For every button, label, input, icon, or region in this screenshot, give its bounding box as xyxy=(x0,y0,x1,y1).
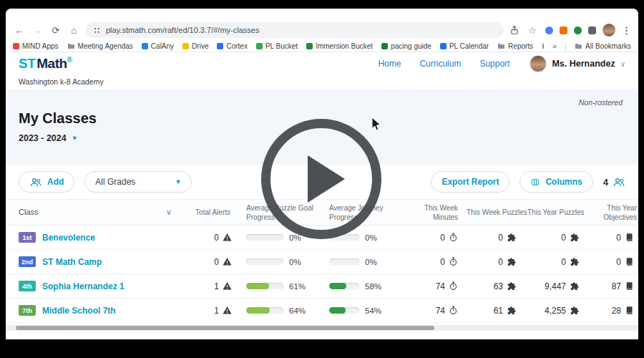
chevron-down-icon: ∨ xyxy=(620,60,625,68)
week-minutes-cell: 0 xyxy=(409,233,467,243)
bookmark-label: pacing guide xyxy=(391,42,431,50)
scrollbar-thumb[interactable] xyxy=(16,326,434,330)
bookmark-favicon xyxy=(440,43,447,49)
book-icon xyxy=(625,281,634,291)
journey-fill xyxy=(329,307,346,314)
browser-toolbar: ← → ⟳ ⌂ play.stmath.com/raft/ed/10.3.7/#… xyxy=(6,20,638,40)
bookmarks-list: MIND Apps Meeting Agendas CalAny Drive C… xyxy=(13,42,544,50)
add-class-button[interactable]: Add xyxy=(19,171,74,193)
class-count-value: 4 xyxy=(603,177,608,188)
grade-filter-value: All Grades xyxy=(95,177,135,187)
home-button[interactable]: ⌂ xyxy=(68,26,81,35)
bookmark-item[interactable]: Meeting Agendas xyxy=(67,42,133,50)
book-icon xyxy=(625,306,634,315)
forward-button[interactable]: → xyxy=(31,26,44,35)
extension-icon-green[interactable] xyxy=(574,26,582,34)
browser-menu-icon[interactable]: ⋮ xyxy=(622,25,631,36)
grade-badge: 1st xyxy=(19,232,36,243)
column-header-week-minutes: This Week Minutes xyxy=(409,203,467,222)
school-year-dropdown[interactable]: 2023 - 2024 ▼ xyxy=(19,133,78,143)
user-menu[interactable]: Ms. Hernandez ∨ xyxy=(530,55,625,72)
grade-badge: 4th xyxy=(19,281,36,291)
bookmark-item[interactable]: Immersion Bucket xyxy=(306,42,373,50)
video-play-overlay[interactable] xyxy=(261,119,381,239)
school-breadcrumb[interactable]: Washington k-8 Academy xyxy=(6,75,638,89)
export-report-button[interactable]: Export Report xyxy=(431,171,509,193)
table-body: 1st Benevolence 0 0% 0% 0 0 xyxy=(6,226,638,323)
bookmark-item[interactable]: Frequent Docs xyxy=(542,42,544,50)
url-text: play.stmath.com/raft/ed/10.3.7/#/my-clas… xyxy=(106,26,259,34)
browser-tab-strip xyxy=(6,9,638,20)
columns-label: Columns xyxy=(545,177,582,187)
nav-link[interactable]: Home xyxy=(378,59,401,69)
user-name: Ms. Hernandez xyxy=(552,59,615,69)
bookmark-item[interactable]: Drive xyxy=(182,42,208,50)
share-icon[interactable] xyxy=(509,25,519,35)
journey-fill xyxy=(329,283,346,289)
week-minutes-value: 0 xyxy=(440,257,445,267)
journey-value: 0% xyxy=(365,258,377,266)
bookmark-label: Meeting Agendas xyxy=(78,42,133,50)
alert-warning-icon xyxy=(223,281,232,291)
extension-icon-gray[interactable] xyxy=(588,26,596,34)
class-sort-dropdown-icon[interactable]: ∨ xyxy=(166,207,172,217)
table-row[interactable]: 2nd ST Math Camp 0 0% 0% 0 0 xyxy=(6,250,638,274)
back-button[interactable]: ← xyxy=(13,26,26,35)
table-row[interactable]: 4th Sophia Hernandez 1 1 61% 58% 74 63 xyxy=(6,274,638,299)
journey-value: 54% xyxy=(365,306,381,315)
all-bookmarks-button[interactable]: All Bookmarks xyxy=(575,42,631,50)
class-header-label: Class xyxy=(19,207,39,217)
bookmark-item[interactable]: PL Calendar xyxy=(440,42,489,50)
site-header: STMath® Home Curriculum Support Ms. Hern… xyxy=(6,52,638,75)
columns-button[interactable]: Columns xyxy=(519,171,592,193)
week-puzzles-value: 0 xyxy=(498,233,503,243)
refresh-button[interactable]: ⟳ xyxy=(49,26,62,35)
column-header-year-puzzles: This Year Puzzles xyxy=(527,208,590,217)
browser-profile-avatar[interactable] xyxy=(602,24,615,37)
puzzle-icon xyxy=(570,257,579,266)
user-avatar xyxy=(530,55,547,72)
year-puzzles-value: 0 xyxy=(561,257,566,267)
bookmark-item[interactable]: Reports xyxy=(497,42,533,50)
journey-value: 0% xyxy=(365,233,377,242)
week-puzzles-value: 61 xyxy=(494,306,503,316)
stmath-logo[interactable]: STMath® xyxy=(19,56,72,72)
journey-progressbar xyxy=(329,307,359,314)
table-row[interactable]: 7th Middle School 7th 1 64% 54% 74 61 xyxy=(6,299,638,323)
book-icon xyxy=(625,233,634,242)
column-header-year-objectives: This Year Objectives xyxy=(590,203,638,222)
bookmark-item[interactable]: pacing guide xyxy=(381,42,431,50)
bookmarks-overflow-chevron[interactable]: » xyxy=(552,42,557,50)
bookmark-item[interactable]: CalAny xyxy=(142,42,174,50)
column-header-week-puzzles: This Week Puzzles xyxy=(467,208,527,217)
extension-icon-blue[interactable] xyxy=(545,26,553,34)
week-minutes-cell: 74 xyxy=(409,306,467,316)
year-puzzles-cell: 9,447 xyxy=(527,281,590,291)
puzzle-icon xyxy=(507,233,516,242)
extension-icon-orange[interactable] xyxy=(560,26,567,34)
bookmark-item[interactable]: MIND Apps xyxy=(13,42,59,50)
class-count: 4 xyxy=(603,177,625,188)
puzzle-goal-progressbar xyxy=(246,283,283,289)
bookmark-item[interactable]: PL Bucket xyxy=(256,42,298,50)
nav-link[interactable]: Curriculum xyxy=(419,59,461,69)
horizontal-scrollbar[interactable] xyxy=(6,325,638,331)
people-icon xyxy=(29,177,42,187)
grade-filter-dropdown[interactable]: All Grades ▼ xyxy=(84,171,192,193)
total-alerts-cell: 1 xyxy=(182,306,238,316)
play-icon xyxy=(308,155,345,203)
class-link[interactable]: Benevolence xyxy=(42,233,95,243)
bookmark-item[interactable]: Cortex xyxy=(217,42,247,50)
address-bar[interactable]: play.stmath.com/raft/ed/10.3.7/#/my-clas… xyxy=(86,22,504,38)
bookmark-star-icon[interactable]: ☆ xyxy=(526,26,539,35)
nav-link[interactable]: Support xyxy=(479,59,509,69)
class-link[interactable]: Middle School 7th xyxy=(42,306,116,316)
bookmark-folder-icon xyxy=(67,43,75,49)
puzzle-goal-cell: 0% xyxy=(238,258,322,266)
class-link[interactable]: Sophia Hernandez 1 xyxy=(42,281,125,291)
year-objectives-cell: 28 xyxy=(590,306,638,316)
columns-icon xyxy=(530,178,540,187)
bookmark-favicon xyxy=(256,43,263,49)
class-link[interactable]: ST Math Camp xyxy=(42,257,102,267)
puzzle-icon xyxy=(507,306,516,315)
